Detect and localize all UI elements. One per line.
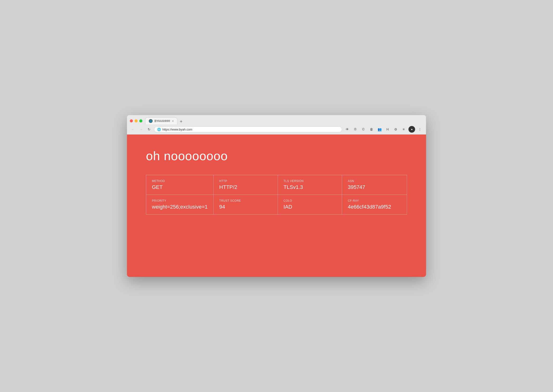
table-cell-r0-c1: HTTPHTTP/2 xyxy=(213,175,278,195)
cell-value: 94 xyxy=(219,204,272,210)
table-cell-r0-c0: METHODGET xyxy=(146,175,214,195)
lock-icon: 🌐 xyxy=(157,128,161,131)
extension-icon-1[interactable]: 👁 xyxy=(344,126,350,133)
cell-label: PRIORITY xyxy=(152,199,208,203)
cell-label: COLO xyxy=(284,199,336,203)
extension-icon-7[interactable]: ⚙ xyxy=(392,126,399,133)
tab-bar: 🌐 BYAAAHHH × + xyxy=(145,118,423,124)
cell-value: 395747 xyxy=(348,184,401,190)
browser-titlebar: 🌐 BYAAAHHH × + xyxy=(127,115,426,124)
extension-icon-5[interactable]: 👥 xyxy=(376,126,383,133)
table-cell-r1-c2: COLOIAD xyxy=(278,195,342,215)
table-row: METHODGETHTTPHTTP/2TLS VERSIONTLSv1.3ASN… xyxy=(146,175,407,195)
cell-value: GET xyxy=(152,184,208,190)
extension-icon-2[interactable]: ® xyxy=(352,126,359,133)
table-cell-r1-c3: CF-RAY4e66cf43d87a9f52 xyxy=(342,195,407,215)
page-content: oh noooooooo METHODGETHTTPHTTP/2TLS VERS… xyxy=(127,134,426,277)
cell-value: TLSv1.3 xyxy=(284,184,336,190)
browser-toolbar: ← → ↻ 🌐 https://www.byah.com 👁 ® © 🗑 👥 H… xyxy=(127,124,426,134)
extension-icon-8[interactable]: ✳ xyxy=(400,126,407,133)
page-heading: oh noooooooo xyxy=(146,149,407,163)
table-cell-r0-c3: ASN395747 xyxy=(342,175,407,195)
forward-button[interactable]: → xyxy=(138,126,144,133)
cell-value: 4e66cf43d87a9f52 xyxy=(348,204,401,210)
info-table: METHODGETHTTPHTTP/2TLS VERSIONTLSv1.3ASN… xyxy=(146,175,407,215)
cell-label: ASN xyxy=(348,179,401,183)
browser-window: 🌐 BYAAAHHH × + ← → ↻ 🌐 https://www.byah.… xyxy=(127,115,426,277)
back-button[interactable]: ← xyxy=(130,126,136,133)
address-bar[interactable]: 🌐 https://www.byah.com xyxy=(154,126,342,133)
extension-icon-3[interactable]: © xyxy=(360,126,367,133)
cell-label: CF-RAY xyxy=(348,199,401,203)
table-cell-r1-c1: TRUST SCORE94 xyxy=(213,195,278,215)
table-cell-r0-c2: TLS VERSIONTLSv1.3 xyxy=(278,175,342,195)
cell-label: TLS VERSION xyxy=(284,179,336,183)
cell-value: HTTP/2 xyxy=(219,184,272,190)
table-row: PRIORITYweight=256;exclusive=1TRUST SCOR… xyxy=(146,195,407,215)
active-tab[interactable]: 🌐 BYAAAHHH × xyxy=(145,118,177,124)
toolbar-icons: 👁 ® © 🗑 👥 H ⚙ ✳ ● ⋮ xyxy=(344,126,423,133)
tab-favicon: 🌐 xyxy=(149,119,153,123)
extension-icon-4[interactable]: 🗑 xyxy=(368,126,375,133)
cell-value: IAD xyxy=(284,204,336,210)
new-tab-button[interactable]: + xyxy=(177,119,185,124)
tab-close-button[interactable]: × xyxy=(172,119,174,123)
cell-label: TRUST SCORE xyxy=(219,199,272,203)
cell-value: weight=256;exclusive=1 xyxy=(152,204,208,210)
extension-icon-6[interactable]: H xyxy=(384,126,391,133)
url-text: https://www.byah.com xyxy=(162,128,339,131)
minimize-button[interactable] xyxy=(135,119,138,122)
browser-chrome: 🌐 BYAAAHHH × + ← → ↻ 🌐 https://www.byah.… xyxy=(127,115,426,134)
profile-icon[interactable]: ● xyxy=(408,126,415,133)
close-button[interactable] xyxy=(130,119,133,122)
maximize-button[interactable] xyxy=(139,119,142,122)
reload-button[interactable]: ↻ xyxy=(146,126,152,133)
table-cell-r1-c0: PRIORITYweight=256;exclusive=1 xyxy=(146,195,214,215)
more-button[interactable]: ⋮ xyxy=(417,126,423,133)
traffic-lights xyxy=(130,119,142,122)
cell-label: HTTP xyxy=(219,179,272,183)
cell-label: METHOD xyxy=(152,179,208,183)
tab-title: BYAAAHHH xyxy=(154,119,170,123)
